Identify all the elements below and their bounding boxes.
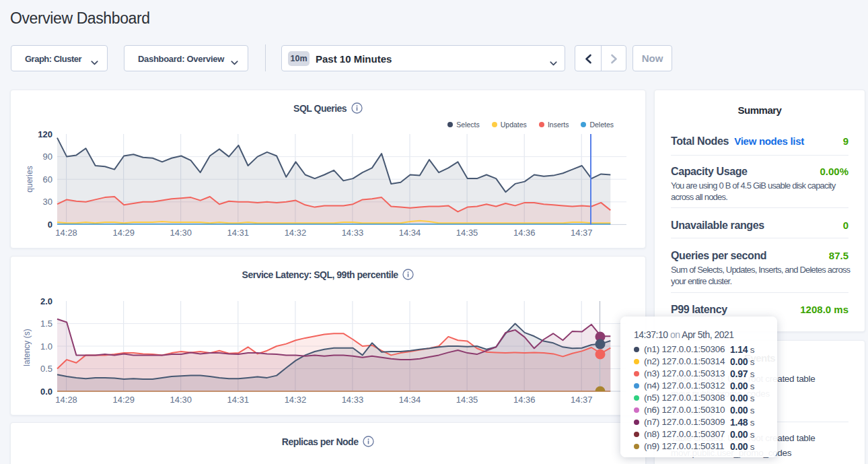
svg-text:14:36: 14:36 — [513, 228, 536, 238]
svg-text:14:34: 14:34 — [399, 228, 421, 238]
svg-text:14:36: 14:36 — [513, 395, 536, 405]
svg-text:14:29: 14:29 — [112, 395, 135, 405]
svg-text:14:30: 14:30 — [170, 395, 192, 405]
svg-text:14:37: 14:37 — [571, 395, 593, 405]
svg-text:14:33: 14:33 — [342, 228, 364, 238]
svg-text:14:31: 14:31 — [227, 395, 250, 405]
svg-text:14:32: 14:32 — [285, 228, 307, 238]
svg-text:14:30: 14:30 — [170, 228, 192, 238]
svg-text:14:35: 14:35 — [456, 228, 478, 238]
svg-text:14:28: 14:28 — [55, 228, 77, 238]
svg-text:14:29: 14:29 — [112, 228, 135, 238]
svg-text:14:35: 14:35 — [456, 395, 478, 405]
svg-text:0.5: 0.5 — [40, 364, 52, 374]
svg-text:14:37: 14:37 — [571, 228, 593, 238]
svg-text:14:31: 14:31 — [227, 228, 250, 238]
svg-text:14:34: 14:34 — [399, 395, 421, 405]
svg-text:14:28: 14:28 — [55, 395, 77, 405]
svg-text:2.0: 2.0 — [40, 296, 52, 306]
svg-text:90: 90 — [43, 152, 52, 162]
svg-text:14:32: 14:32 — [285, 395, 307, 405]
svg-text:30: 30 — [43, 197, 52, 207]
svg-text:0.0: 0.0 — [40, 387, 52, 397]
svg-text:0: 0 — [48, 220, 52, 230]
svg-text:120: 120 — [38, 129, 52, 139]
svg-text:1.0: 1.0 — [40, 341, 52, 352]
svg-text:14:33: 14:33 — [342, 395, 364, 405]
svg-text:1.5: 1.5 — [40, 319, 52, 329]
svg-text:60: 60 — [43, 174, 52, 185]
